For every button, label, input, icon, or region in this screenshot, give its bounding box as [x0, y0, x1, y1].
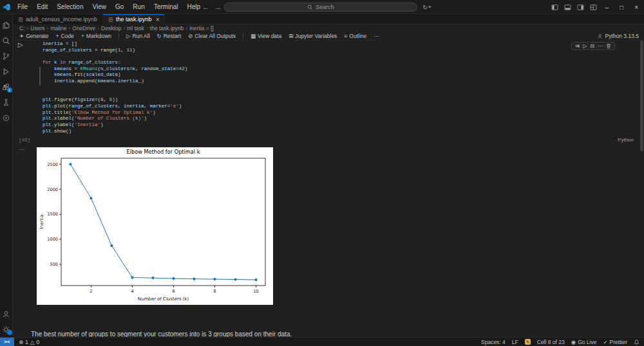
breadcrumb-item[interactable]: ml task [127, 25, 144, 32]
toolbar-jupyter-variables[interactable]: ⊞Jupyter Variables [289, 33, 337, 39]
play-all-icon: ▷ [126, 33, 131, 39]
maximize-button[interactable]: □ [617, 4, 626, 11]
status-item-label: Go Live [578, 339, 596, 345]
more-actions-icon[interactable]: ⋯ [598, 43, 603, 49]
testing-icon[interactable] [0, 95, 13, 110]
problems-indicator[interactable]: ⊗ 1 △ 0 [19, 339, 39, 345]
status-cell-8-of-23[interactable]: Cell 8 of 23 [537, 339, 565, 345]
close-window-button[interactable]: × [632, 4, 641, 11]
breadcrumb-item[interactable]: C: [19, 25, 25, 32]
forward-arrow-icon[interactable]: → [214, 3, 222, 11]
sparkle-icon: ✦ [19, 33, 24, 39]
status-item-label: Spaces: 4 [481, 339, 506, 345]
status-item-label: Cell 8 of 23 [537, 339, 565, 345]
command-center-search[interactable]: Search [224, 3, 417, 12]
breadcrumb: C:›Users›maline›OneDrive›Desktop›ml task… [13, 24, 644, 32]
code-editor[interactable]: inertia = []range_of_clusters = range(1,… [43, 41, 567, 134]
breadcrumb-item[interactable]: the task.ipynb [150, 25, 184, 32]
toolbar-more-actions[interactable]: ⋯ [374, 33, 379, 39]
kernel-picker[interactable]: Python 3.13.5 [597, 32, 639, 41]
activity-bar: 1 [0, 14, 13, 337]
execute-cell-icon[interactable]: ▷ [583, 43, 587, 49]
tab-adult-census-income-ipynb[interactable]: adult_census_income.ipynb [13, 14, 103, 24]
warning-icon: △ [30, 339, 35, 345]
status-prettier[interactable]: ✓Prettier [603, 339, 627, 345]
breadcrumb-item[interactable]: maline [50, 25, 66, 32]
menu-help[interactable]: Help [183, 3, 205, 10]
code-line: for k in range_of_clusters: [43, 60, 567, 66]
toggle-secondary-sidebar-icon[interactable] [577, 4, 584, 11]
status-spaces-4[interactable]: Spaces: 4 [481, 339, 506, 345]
breadcrumb-item[interactable]: Users [30, 25, 44, 32]
breadcrumb-separator-icon: › [185, 25, 187, 32]
breadcrumb-item[interactable]: Desktop [101, 25, 121, 32]
jupyter-icon[interactable] [0, 110, 13, 125]
zap-icon: ϟ [525, 339, 531, 345]
delete-cell-icon[interactable] [606, 43, 611, 49]
run-debug-icon[interactable] [0, 64, 13, 79]
breadcrumb-item[interactable]: inertia = [] [189, 25, 214, 32]
toolbar-item-label: View data [258, 33, 281, 39]
toolbar-item-label: Markdown [86, 33, 111, 39]
toggle-sidebar-icon[interactable] [551, 4, 558, 11]
toolbar-generate[interactable]: ✦Generate [19, 33, 49, 39]
tab-the-task-ipynb[interactable]: the task.ipynb× [103, 14, 165, 24]
notifications-bell-icon[interactable] [634, 339, 639, 345]
minimize-button[interactable]: – [603, 4, 612, 11]
cell-output-plot: 5001000150020002500246810Elbow Method fo… [37, 147, 273, 305]
menu-edit[interactable]: Edit [32, 3, 52, 10]
status-go-live[interactable]: ◉Go Live [571, 339, 597, 345]
accounts-icon[interactable] [0, 306, 13, 322]
menu-view[interactable]: View [88, 3, 111, 10]
output-collapse-toggle[interactable]: ⋯ [19, 146, 24, 152]
tab-label: adult_census_income.ipynb [26, 16, 97, 23]
svg-text:500: 500 [50, 262, 58, 267]
toolbar-view-data[interactable]: ▦View data [243, 33, 281, 39]
svg-text:6: 6 [172, 289, 175, 294]
svg-text:2: 2 [90, 289, 92, 294]
run-cell-button[interactable]: ▷ [18, 41, 23, 48]
split-cell-icon[interactable]: ⊟ [590, 43, 594, 49]
customize-layout-icon[interactable] [590, 4, 597, 11]
extensions-icon[interactable]: 1 [0, 79, 13, 95]
toggle-panel-icon[interactable] [564, 4, 571, 11]
more-icon: ⋯ [374, 33, 379, 39]
toolbar-restart[interactable]: ↻Restart [157, 33, 182, 39]
menu-file[interactable]: File [13, 3, 32, 10]
status-check-icon: ✓ [603, 339, 607, 345]
tab-close-icon[interactable]: × [156, 16, 160, 23]
settings-gear-icon[interactable] [0, 322, 13, 337]
back-arrow-icon[interactable]: ← [202, 3, 209, 11]
tab-bar: adult_census_income.ipynbthe task.ipynb× [13, 14, 644, 24]
toolbar-markdown[interactable]: +Markdown [81, 33, 111, 39]
status-lf[interactable]: LF [512, 339, 518, 345]
menu-run[interactable]: Run [128, 3, 149, 10]
error-icon: ⊗ [19, 339, 23, 345]
status-right-items: Spaces: 4LFϟCell 8 of 23◉Go Live✓Prettie… [481, 339, 627, 345]
toolbar-code[interactable]: +Code [56, 33, 74, 39]
toolbar-outline[interactable]: ≡Outline [344, 33, 366, 39]
toolbar-clear-all-outputs[interactable]: ⊘Clear All Outputs [188, 33, 236, 39]
menu-go[interactable]: Go [111, 3, 128, 10]
search-sidebar-icon[interactable] [0, 33, 13, 48]
toolbar-item-label: Jupyter Variables [295, 33, 337, 39]
code-line [43, 85, 567, 91]
plus-icon: + [56, 33, 59, 39]
status-zap-icon[interactable]: ϟ [525, 339, 531, 345]
explorer-icon[interactable] [0, 17, 13, 33]
launch-profile-control[interactable]: ↻▾ [422, 0, 431, 14]
breadcrumb-item[interactable]: OneDrive [72, 25, 95, 32]
titlebar-right-controls: – □ × [551, 0, 641, 14]
notebook-editor: ▷ inertia = []range_of_clusters = range(… [13, 41, 644, 337]
menu-terminal[interactable]: Terminal [149, 3, 183, 10]
menu-selection[interactable]: Selection [52, 3, 88, 10]
vscode-logo-icon [0, 3, 13, 11]
run-by-line-icon[interactable]: ⇉ [575, 43, 580, 49]
vertical-scrollbar[interactable] [640, 41, 643, 151]
remote-indicator[interactable]: >< [0, 338, 14, 346]
cell-language-picker[interactable]: Python [618, 137, 634, 143]
toolbar-run-all[interactable]: ▷Run All [118, 33, 149, 39]
source-control-icon[interactable] [0, 48, 13, 64]
restart-icon: ↻ [157, 33, 162, 39]
error-count: 1 [25, 339, 28, 345]
